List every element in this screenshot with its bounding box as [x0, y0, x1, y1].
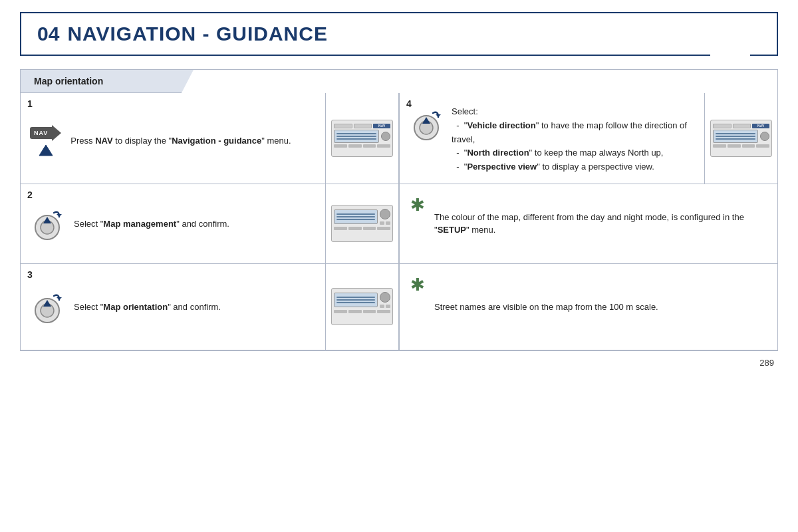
svg-marker-4: [436, 114, 441, 117]
section-title-tab: Map orientation: [21, 70, 194, 93]
star-icon-2: ✱: [410, 276, 425, 293]
header-title: NAVIGATION - GUIDANCE: [67, 23, 328, 45]
radio-unit-3: [331, 288, 393, 325]
step-2-text: Select "Map management" and confirm.: [74, 217, 316, 231]
page-number: 289: [0, 351, 798, 373]
step-3-cell: 3 Select "Map orientation" and confirm.: [21, 264, 399, 350]
radio-unit-1: NAV: [331, 120, 393, 157]
rotary-2-icon: [30, 207, 65, 242]
step-4-radio: NAV: [704, 93, 777, 184]
note-2-text: Street names are visible on the map from…: [434, 301, 767, 314]
step-2-radio: [325, 184, 398, 263]
step-3-content: 3 Select "Map orientation" and confirm.: [21, 264, 325, 350]
step-3-radio: [325, 264, 398, 350]
note-2-cell: ✱ Street names are visible on the map fr…: [399, 264, 777, 350]
note-1-text: The colour of the map, different from th…: [434, 211, 767, 237]
step-3-number: 3: [27, 269, 33, 280]
step-2-number: 2: [27, 190, 33, 200]
note-1-cell: ✱ The colour of the map, different from …: [399, 184, 777, 264]
svg-marker-0: [39, 145, 53, 156]
star-icon-1: ✱: [410, 196, 425, 213]
nav-icon: NAV: [30, 125, 61, 158]
svg-marker-12: [57, 297, 62, 300]
rotary-3-icon: [30, 291, 65, 325]
note-2-content: ✱ Street names are visible on the map fr…: [400, 264, 777, 350]
step-1-radio: NAV: [325, 93, 398, 184]
step-2-content: 2 Select "Map management" and confirm.: [21, 184, 325, 263]
step-3-text: Select "Map orientation" and confirm.: [74, 301, 316, 314]
page-header: 04NAVIGATION - GUIDANCE: [20, 12, 778, 56]
radio-unit-2: [331, 205, 393, 242]
step-4-cell: 4 Select: - "Vehi: [399, 93, 777, 184]
svg-marker-8: [57, 214, 62, 217]
section-container: Map orientation 1 NAV: [20, 69, 778, 351]
note-1-content: ✱ The colour of the map, different from …: [400, 184, 777, 263]
radio-unit-4: NAV: [710, 120, 772, 157]
nav-up-arrow-icon: [37, 144, 55, 158]
step-1-number: 1: [27, 98, 33, 109]
step-2-cell: 2 Select "Map management" and confirm.: [21, 184, 399, 264]
step-4-text: Select: - "Vehicle direction" to have th…: [452, 102, 695, 174]
header-number: 04: [37, 23, 59, 45]
step-1-cell: 1 NAV Press NAV to display the "Navigati…: [21, 93, 399, 184]
step-4-content: 4 Select: - "Vehi: [400, 93, 704, 184]
step-1-text: Press NAV to display the "Navigation - g…: [70, 129, 316, 148]
rotary-4-icon: [409, 108, 444, 142]
